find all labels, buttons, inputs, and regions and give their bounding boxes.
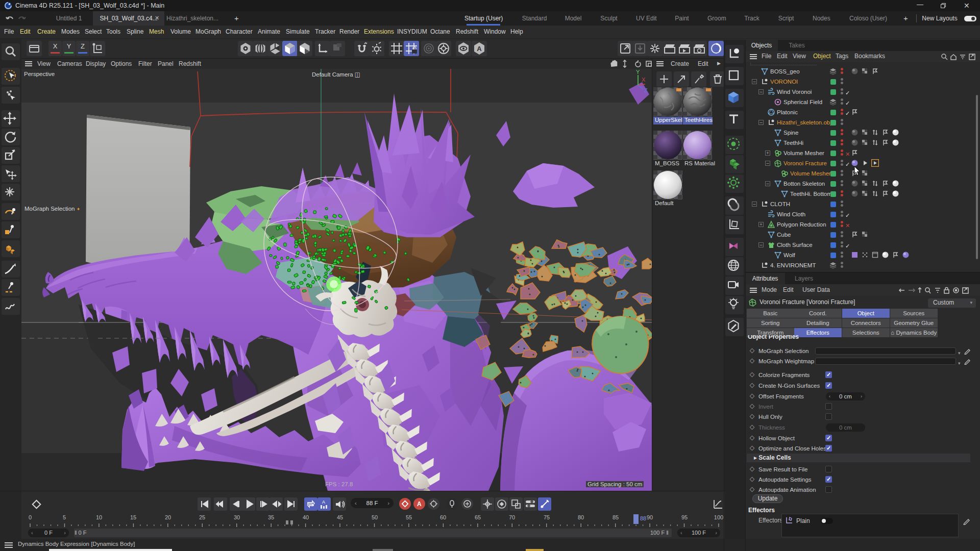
svg-text:X: X — [642, 77, 646, 83]
svg-text:A: A — [417, 500, 422, 508]
svg-text:Y: Y — [636, 69, 640, 75]
svg-text:Z: Z — [644, 87, 648, 93]
svg-text:A: A — [322, 499, 325, 505]
svg-text:A: A — [477, 45, 482, 53]
